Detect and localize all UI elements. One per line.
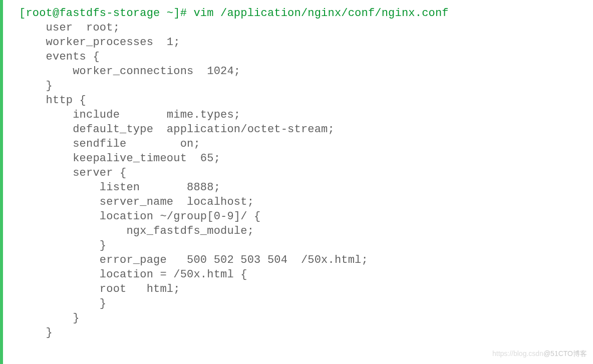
config-line: ngx_fastdfs_module;: [19, 225, 254, 237]
config-line: }: [19, 326, 53, 339]
config-line: server_name localhost;: [19, 196, 254, 208]
watermark: https://blog.csdn@51CTO博客: [492, 346, 587, 361]
config-line: server {: [19, 167, 126, 179]
config-line: worker_connections 1024;: [19, 65, 240, 78]
config-line: worker_processes 1;: [19, 36, 180, 49]
config-line: user root;: [19, 22, 120, 34]
config-line: location ~/group[0-9]/ {: [19, 210, 260, 223]
config-line: location = /50x.html {: [19, 268, 247, 281]
watermark-right: @51CTO博客: [543, 349, 587, 357]
config-line: }: [19, 312, 80, 324]
config-line: }: [19, 297, 106, 310]
config-line: sendfile on;: [19, 138, 200, 150]
watermark-left: https://blog.csdn: [492, 349, 543, 357]
config-line: }: [19, 80, 53, 92]
accent-bar: [0, 0, 3, 364]
terminal-output: [root@fastdfs-storage ~]# vim /applicati…: [19, 6, 449, 340]
config-line: root html;: [19, 283, 180, 295]
config-line: events {: [19, 51, 100, 63]
config-line: listen 8888;: [19, 181, 220, 194]
config-line: default_type application/octet-stream;: [19, 123, 335, 136]
config-line: error_page 500 502 503 504 /50x.html;: [19, 254, 368, 266]
config-line: include mime.types;: [19, 109, 240, 121]
shell-prompt-line: [root@fastdfs-storage ~]# vim /applicati…: [19, 7, 449, 20]
config-line: keepalive_timeout 65;: [19, 152, 220, 165]
config-line: }: [19, 239, 106, 252]
config-line: http {: [19, 94, 86, 107]
